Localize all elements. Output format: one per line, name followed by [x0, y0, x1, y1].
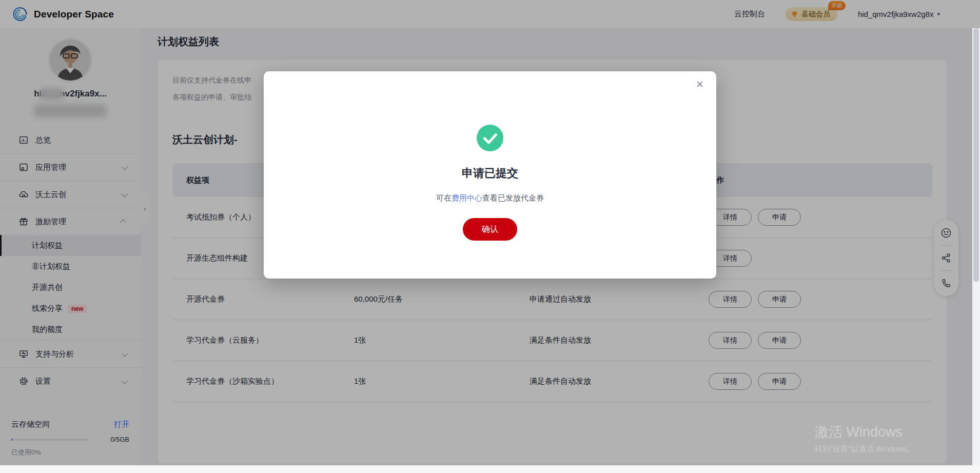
- submit-success-dialog: ✕ 申请已提交 可在费用中心查看已发放代金券 确认: [264, 71, 716, 279]
- success-check-icon: [477, 125, 503, 151]
- horizontal-scrollbar[interactable]: [0, 465, 980, 473]
- confirm-button[interactable]: 确认: [463, 218, 517, 241]
- modal-description: 可在费用中心查看已发放代金券: [264, 193, 716, 203]
- vertical-scrollbar[interactable]: [972, 28, 980, 465]
- modal-title: 申请已提交: [264, 166, 716, 181]
- billing-center-link[interactable]: 费用中心: [452, 193, 482, 202]
- close-icon[interactable]: ✕: [696, 80, 704, 89]
